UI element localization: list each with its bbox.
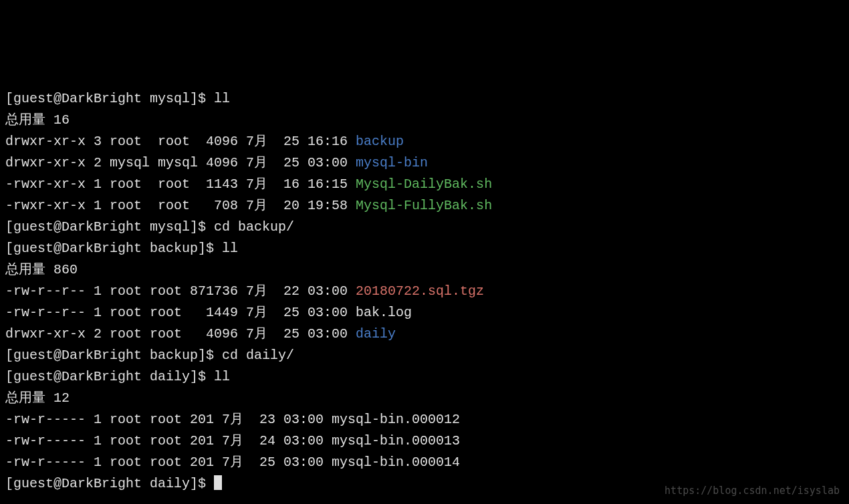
file-meta: -rw-r--r-- 1 root root 871736 7月 22 03:0… <box>5 283 356 299</box>
terminal-line: -rw-r----- 1 root root 201 7月 24 03:00 m… <box>5 430 844 452</box>
shell-prompt: [guest@DarkBright mysql]$ <box>5 91 214 106</box>
file-name: mysql-bin.000013 <box>332 433 460 449</box>
cursor-icon <box>214 475 222 490</box>
file-name: Mysql-DailyBak.sh <box>356 176 492 192</box>
watermark-text: https://blog.csdn.net/isyslab <box>664 483 840 499</box>
file-meta: drwxr-xr-x 2 mysql mysql 4096 7月 25 03:0… <box>5 155 356 170</box>
file-name: mysql-bin <box>356 155 428 170</box>
file-meta: -rw-r----- 1 root root 201 7月 25 03:00 <box>5 455 332 470</box>
terminal-line: drwxr-xr-x 2 root root 4096 7月 25 03:00 … <box>5 324 844 345</box>
terminal-line: [guest@DarkBright backup]$ ll <box>5 238 844 259</box>
terminal-line: [guest@DarkBright mysql]$ ll <box>5 88 844 110</box>
file-name: mysql-bin.000012 <box>332 412 460 427</box>
file-name: backup <box>356 134 404 149</box>
file-meta: -rw-r----- 1 root root 201 7月 24 03:00 <box>5 433 332 449</box>
shell-command: ll <box>214 369 230 384</box>
file-meta: -rwxr-xr-x 1 root root 708 7月 20 19:58 <box>5 198 356 213</box>
terminal-line: 总用量 16 <box>5 110 844 131</box>
shell-prompt: [guest@DarkBright daily]$ <box>5 369 214 384</box>
output-text: 总用量 12 <box>5 390 70 406</box>
terminal-line: -rw-r----- 1 root root 201 7月 25 03:00 m… <box>5 452 844 473</box>
terminal-line: -rw-r--r-- 1 root root 1449 7月 25 03:00 … <box>5 302 844 324</box>
shell-prompt: [guest@DarkBright mysql]$ <box>5 219 214 235</box>
terminal-line: drwxr-xr-x 2 mysql mysql 4096 7月 25 03:0… <box>5 152 844 174</box>
file-name: Mysql-FullyBak.sh <box>356 198 492 213</box>
output-text: 总用量 16 <box>5 112 70 128</box>
terminal-line: -rwxr-xr-x 1 root root 1143 7月 16 16:15 … <box>5 174 844 195</box>
shell-command: ll <box>222 241 238 256</box>
terminal-output[interactable]: [guest@DarkBright mysql]$ ll总用量 16drwxr-… <box>5 88 844 495</box>
shell-prompt: [guest@DarkBright daily]$ <box>5 476 214 491</box>
file-meta: drwxr-xr-x 2 root root 4096 7月 25 03:00 <box>5 326 356 342</box>
terminal-line: -rw-r----- 1 root root 201 7月 23 03:00 m… <box>5 409 844 430</box>
file-name: bak.log <box>356 305 412 320</box>
shell-command: cd backup/ <box>214 219 294 235</box>
terminal-line: 总用量 12 <box>5 388 844 409</box>
output-text: 总用量 860 <box>5 262 78 277</box>
terminal-line: [guest@DarkBright daily]$ ll <box>5 366 844 388</box>
shell-command: cd daily/ <box>222 348 294 363</box>
terminal-line: -rw-r--r-- 1 root root 871736 7月 22 03:0… <box>5 281 844 302</box>
file-meta: -rwxr-xr-x 1 root root 1143 7月 16 16:15 <box>5 176 356 192</box>
file-name: mysql-bin.000014 <box>332 455 460 470</box>
file-name: daily <box>356 326 396 342</box>
terminal-line: [guest@DarkBright backup]$ cd daily/ <box>5 345 844 366</box>
terminal-line: 总用量 860 <box>5 259 844 281</box>
file-meta: -rw-r--r-- 1 root root 1449 7月 25 03:00 <box>5 305 356 320</box>
terminal-line: [guest@DarkBright mysql]$ cd backup/ <box>5 217 844 238</box>
shell-command: ll <box>214 91 230 106</box>
file-meta: -rw-r----- 1 root root 201 7月 23 03:00 <box>5 412 332 427</box>
shell-prompt: [guest@DarkBright backup]$ <box>5 348 222 363</box>
file-meta: drwxr-xr-x 3 root root 4096 7月 25 16:16 <box>5 134 356 149</box>
shell-prompt: [guest@DarkBright backup]$ <box>5 241 222 256</box>
terminal-line: drwxr-xr-x 3 root root 4096 7月 25 16:16 … <box>5 131 844 152</box>
file-name: 20180722.sql.tgz <box>356 283 484 299</box>
terminal-line: -rwxr-xr-x 1 root root 708 7月 20 19:58 M… <box>5 195 844 217</box>
